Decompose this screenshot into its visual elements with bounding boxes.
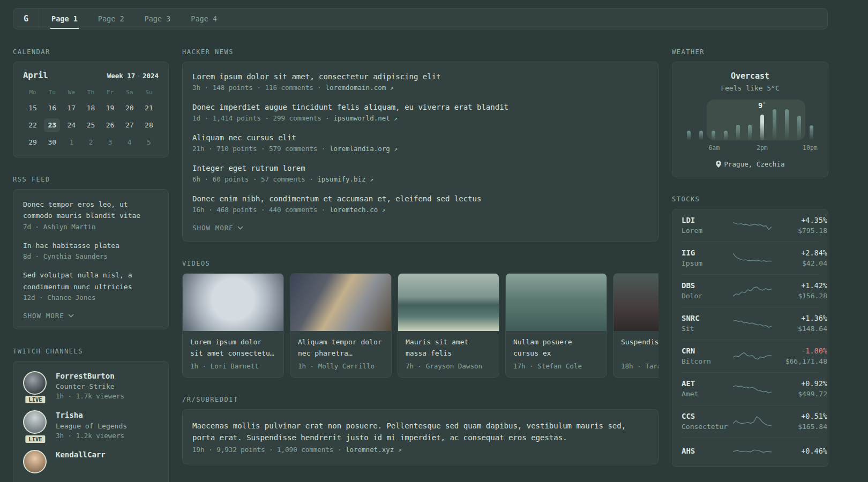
avatar [23, 450, 47, 473]
weather-condition: Overcast [681, 71, 819, 81]
hackernews-item[interactable]: Donec imperdiet augue tincidunt felis al… [192, 102, 648, 122]
hackernews-show-more-button[interactable]: SHOW MORE [192, 224, 648, 232]
page-tab[interactable]: Page 1 [41, 9, 88, 29]
calendar-section-title: CALENDAR [13, 48, 169, 56]
video-thumbnail[interactable] [613, 274, 659, 331]
stock-numbers: +0.51% $165.84 [772, 412, 827, 431]
hackernews-item-domain[interactable]: loremtech.co [330, 206, 378, 214]
weekday-label: Sa [120, 89, 139, 99]
video-card[interactable]: Mauris sit amet massa felis 7h · Grayson… [398, 273, 499, 378]
video-card[interactable]: Nullam posuere cursus ex 17h · Stefan Co… [505, 273, 607, 378]
hackernews-item-domain[interactable]: ipsumworld.net [333, 114, 390, 122]
video-card[interactable]: Aliquam tempor dolor nec pharetra… 1h · … [290, 273, 392, 378]
stock-row[interactable]: AET Amet +0.92% $499.72 [682, 373, 819, 405]
stock-ticker: IIG [682, 248, 733, 257]
page: G Page 1 Page 2 Page 3 Page 4 CALENDAR A… [13, 8, 828, 482]
stock-row[interactable]: IIG Ipsum +2.84% $42.04 [682, 242, 819, 275]
stock-row[interactable]: CRN Bitcorn -1.00% $66,171.48 [682, 340, 819, 373]
stock-row[interactable]: SNRC Sit +1.36% $148.64 [682, 307, 819, 340]
hackernews-item-title[interactable]: Lorem ipsum dolor sit amet, consectetur … [192, 71, 648, 82]
subreddit-post-title[interactable]: Maecenas mollis pulvinar erat non posuer… [192, 420, 648, 444]
hackernews-section: HACKER NEWS Lorem ipsum dolor sit amet, … [182, 48, 659, 242]
rss-item[interactable]: In hac habitasse platea 8d · Cynthia Sau… [23, 240, 159, 260]
videos-carousel[interactable]: Lorem ipsum dolor sit amet consectetu… 1… [182, 273, 659, 378]
stocks-section: STOCKS LDI Lorem +4.35% $795.18 [672, 195, 828, 467]
hackernews-item-domain[interactable]: loremlandia.org [330, 145, 390, 153]
hackernews-item-title[interactable]: Aliquam nec cursus elit [192, 132, 648, 144]
chevron-down-icon [237, 226, 243, 230]
weekday-label: Su [139, 89, 159, 99]
hackernews-item-domain[interactable]: ipsumify.biz [317, 175, 365, 183]
video-thumbnail[interactable] [183, 274, 283, 331]
page-tab[interactable]: Page 4 [181, 9, 227, 29]
video-title[interactable]: Mauris sit amet massa felis [406, 337, 491, 359]
stock-name: Ipsum [682, 259, 733, 267]
avatar [23, 371, 47, 395]
stock-id: LDI Lorem [682, 216, 733, 235]
twitch-channel[interactable]: LIVE Trisha League of Legends 3h · 1.2k … [23, 410, 159, 439]
stock-row[interactable]: DBS Dolor +1.42% $156.28 [682, 275, 819, 307]
subreddit-post[interactable]: Maecenas mollis pulvinar erat non posuer… [192, 420, 648, 454]
hackernews-item[interactable]: Lorem ipsum dolor sit amet, consectetur … [192, 71, 648, 92]
video-card[interactable]: Suspendisse diam 18h · Tara [613, 273, 659, 378]
video-card[interactable]: Lorem ipsum dolor sit amet consectetu… 1… [182, 273, 284, 378]
video-title[interactable]: Lorem ipsum dolor sit amet consectetu… [190, 337, 276, 359]
subreddit-post-meta: 19h · 9,932 points · 1,090 comments · lo… [192, 446, 648, 454]
page-tab[interactable]: Page 2 [88, 9, 134, 29]
rss-item[interactable]: Donec tempor eros leo, ut commodo mauris… [23, 199, 159, 231]
hackernews-item-title[interactable]: Donec imperdiet augue tincidunt felis al… [192, 102, 648, 113]
twitch-channel[interactable]: LIVE KendallCarr [23, 450, 159, 473]
stock-ticker: CCS [682, 412, 733, 420]
stock-ticker: LDI [682, 216, 733, 224]
video-card-body: Mauris sit amet massa felis 7h · Grayson… [398, 331, 499, 377]
hackernews-item[interactable]: Donec enim nibh, condimentum et accumsan… [192, 193, 648, 214]
weather-hourly-chart: 9° [684, 100, 816, 140]
rss-show-more-button[interactable]: SHOW MORE [23, 312, 159, 320]
stock-change-percent: +4.35% [772, 216, 827, 224]
video-meta: 1h · Molly Carrillo [298, 362, 384, 370]
stock-numbers: -1.00% $66,171.48 [772, 347, 827, 365]
time-label: 10pm [803, 144, 818, 152]
video-card-body: Lorem ipsum dolor sit amet consectetu… 1… [183, 331, 283, 377]
stock-row[interactable]: LDI Lorem +4.35% $795.18 [682, 209, 819, 242]
video-title[interactable]: Nullam posuere cursus ex [513, 337, 599, 359]
hackernews-item[interactable]: Aliquam nec cursus elit 21h · 710 points… [192, 132, 648, 153]
subreddit-post-domain[interactable]: loremnet.xyz [346, 446, 394, 454]
app-logo[interactable]: G [13, 9, 39, 29]
middle-column: HACKER NEWS Lorem ipsum dolor sit amet, … [182, 48, 659, 482]
weekday-label: Tu [42, 89, 62, 99]
calendar-day: 22 [25, 118, 41, 132]
rss-item-title: In hac habitasse platea [23, 240, 159, 251]
hackernews-item-domain[interactable]: loremdomain.com [325, 84, 386, 92]
stock-price: $165.84 [772, 423, 827, 431]
twitch-channel-name: Trisha [56, 410, 127, 420]
rss-item[interactable]: Sed volutpat nulla nisl, a condimentum n… [23, 269, 159, 302]
stock-price: $795.18 [772, 227, 827, 235]
stock-numbers: +2.84% $42.04 [772, 248, 827, 267]
hackernews-item-title[interactable]: Integer eget rutrum lorem [192, 163, 648, 174]
peak-temperature-value: 9 [758, 101, 762, 110]
video-thumbnail[interactable] [290, 274, 391, 331]
twitch-channel[interactable]: LIVE ForrestBurton Counter-Strike 1h · 1… [23, 371, 159, 400]
weather-location[interactable]: Prague, Czechia [681, 160, 819, 168]
video-title[interactable]: Aliquam tempor dolor nec pharetra… [298, 337, 384, 359]
video-thumbnail[interactable] [506, 274, 607, 331]
hackernews-item[interactable]: Integer eget rutrum lorem 6h · 60 points… [192, 163, 648, 183]
video-title[interactable]: Suspendisse diam [621, 337, 659, 359]
stock-ticker: DBS [682, 281, 733, 290]
video-thumbnail[interactable] [398, 274, 499, 331]
calendar-day: 28 [141, 118, 157, 132]
stock-row[interactable]: CCS Consectetur +0.51% $165.84 [682, 405, 819, 438]
rss-items: Donec tempor eros leo, ut commodo mauris… [23, 199, 159, 302]
stock-change-percent: +2.84% [772, 248, 827, 257]
stock-ticker: CRN [682, 347, 733, 355]
rss-item-title: Sed volutpat nulla nisl, a condimentum n… [23, 269, 159, 292]
calendar-day: 20 [122, 101, 138, 115]
hackernews-item-meta: 21h · 710 points · 579 comments · loreml… [192, 145, 648, 153]
calendar-day: 24 [63, 118, 79, 132]
hackernews-items: Lorem ipsum dolor sit amet, consectetur … [192, 71, 648, 214]
hackernews-item-title[interactable]: Donec enim nibh, condimentum et accumsan… [192, 193, 648, 205]
stock-row[interactable]: AHS +0.46% [682, 438, 819, 466]
calendar-day: 26 [102, 118, 118, 132]
page-tab[interactable]: Page 3 [134, 9, 181, 29]
